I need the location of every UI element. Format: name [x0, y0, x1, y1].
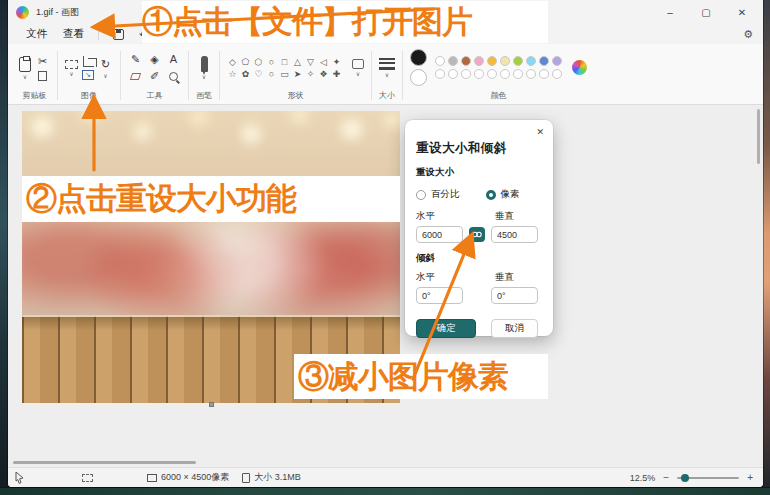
- vertical-scrollbar[interactable]: [757, 109, 760, 164]
- color-swatch[interactable]: [552, 56, 562, 66]
- zoom-slider[interactable]: [677, 477, 739, 479]
- shape-icon[interactable]: ➤: [292, 68, 303, 79]
- color-swatch[interactable]: [461, 69, 471, 79]
- zoom-in-button[interactable]: +: [747, 472, 753, 483]
- color-swatch[interactable]: [435, 56, 445, 66]
- dialog-close-icon[interactable]: ✕: [536, 127, 544, 137]
- select-tool-icon[interactable]: [65, 60, 78, 69]
- shape-icon[interactable]: ☆: [227, 68, 238, 79]
- skew-vertical-input[interactable]: [491, 287, 538, 304]
- rotate-dropdown-icon[interactable]: ∨: [103, 74, 107, 78]
- color-swatch[interactable]: [539, 69, 549, 79]
- skew-horizontal-input[interactable]: [416, 287, 463, 304]
- shape-icon[interactable]: ✿: [240, 68, 251, 79]
- cursor-icon: [15, 472, 24, 484]
- clipboard-group-label: 剪贴板: [23, 88, 47, 104]
- brush-icon[interactable]: [201, 56, 208, 72]
- annotation-step3-text: ③减小图片像素: [298, 356, 508, 398]
- select-dropdown-icon[interactable]: ∨: [69, 72, 73, 76]
- color-swatch[interactable]: [513, 56, 523, 66]
- color-swatch[interactable]: [474, 69, 484, 79]
- line-size-icon[interactable]: [379, 58, 395, 70]
- edit-colors-wheel-icon[interactable]: [572, 60, 587, 75]
- rotate-icon[interactable]: ↻: [98, 57, 113, 71]
- color-swatch[interactable]: [500, 69, 510, 79]
- shape-fill-icon[interactable]: [352, 59, 364, 69]
- text-tool-icon[interactable]: A: [166, 52, 181, 66]
- color-swatch[interactable]: [552, 69, 562, 79]
- maximize-button[interactable]: ▢: [693, 7, 719, 18]
- zoom-out-button[interactable]: −: [663, 472, 669, 483]
- magnifier-icon[interactable]: [166, 69, 181, 83]
- clipboard-group: ∨ ✂ 剪贴板: [14, 47, 55, 104]
- zoom-slider-thumb[interactable]: [681, 474, 689, 482]
- size-group: ∨ 大小: [374, 47, 400, 104]
- ok-button[interactable]: 确定: [416, 319, 476, 338]
- shape-icon[interactable]: ✧: [305, 68, 316, 79]
- color-swatch[interactable]: [461, 56, 471, 66]
- shape-icon[interactable]: ♡: [253, 68, 264, 79]
- menu-view[interactable]: 查看: [55, 25, 92, 43]
- color-swatch[interactable]: [487, 69, 497, 79]
- color2-swatch[interactable]: [410, 69, 427, 86]
- color-swatch[interactable]: [448, 56, 458, 66]
- cut-icon[interactable]: ✂: [35, 54, 50, 68]
- shape-icon[interactable]: ❖: [318, 68, 329, 79]
- color-swatch[interactable]: [526, 56, 536, 66]
- save-icon[interactable]: [113, 29, 124, 40]
- shape-icon[interactable]: ⬠: [240, 56, 251, 67]
- color-swatch[interactable]: [435, 69, 445, 79]
- shape-icon[interactable]: △: [292, 56, 303, 67]
- horizontal-scrollbar[interactable]: [13, 461, 196, 464]
- taskbar[interactable]: [0, 487, 770, 495]
- cancel-button[interactable]: 取消: [491, 319, 538, 338]
- canvas-area[interactable]: ✕ 重设大小和倾斜 重设大小 百分比 像素 水平 垂直: [8, 105, 763, 467]
- color-picker-icon[interactable]: ✐: [147, 69, 162, 83]
- color1-swatch[interactable]: [410, 49, 427, 66]
- color-swatch[interactable]: [539, 56, 549, 66]
- menu-file[interactable]: 文件: [18, 25, 55, 43]
- canvas-resize-handle[interactable]: [209, 402, 214, 407]
- eraser-icon[interactable]: [128, 69, 143, 83]
- minimize-button[interactable]: –: [657, 7, 683, 18]
- shape-icon[interactable]: ○: [266, 68, 277, 79]
- shape-icon[interactable]: ✚: [331, 68, 342, 79]
- paste-icon[interactable]: [19, 57, 31, 72]
- pixels-radio[interactable]: [486, 190, 496, 200]
- width-input[interactable]: [416, 226, 463, 243]
- shape-icon[interactable]: ○: [266, 56, 277, 67]
- settings-gear-icon[interactable]: ⚙: [743, 28, 753, 41]
- shape-icon[interactable]: ▽: [305, 56, 316, 67]
- shape-icon[interactable]: ▭: [279, 68, 290, 79]
- paste-dropdown-icon[interactable]: ∨: [23, 75, 27, 79]
- ribbon-separator: [188, 51, 189, 100]
- percent-radio[interactable]: [416, 190, 426, 200]
- shape-fill-dropdown-icon[interactable]: ∨: [356, 72, 360, 76]
- close-button[interactable]: ✕: [729, 7, 755, 18]
- color-swatch[interactable]: [474, 56, 484, 66]
- ribbon-separator: [371, 51, 372, 100]
- size-dropdown-icon[interactable]: ∨: [385, 73, 389, 77]
- shape-icon[interactable]: ⬡: [253, 56, 264, 67]
- palette-row-2: [435, 69, 562, 79]
- fill-bucket-icon[interactable]: ◈: [147, 52, 162, 66]
- shape-icon[interactable]: ✦: [331, 56, 342, 67]
- height-input[interactable]: [491, 226, 538, 243]
- color-swatch[interactable]: [448, 69, 458, 79]
- shape-icon[interactable]: ◇: [227, 56, 238, 67]
- color-swatch[interactable]: [500, 56, 510, 66]
- color-swatch[interactable]: [487, 56, 497, 66]
- shape-icon[interactable]: □: [279, 56, 290, 67]
- shapes-row-2: ☆✿♡○▭➤✧❖✚: [227, 68, 342, 79]
- color-swatch[interactable]: [526, 69, 536, 79]
- dialog-title: 重设大小和倾斜: [416, 140, 542, 157]
- resize-icon[interactable]: ↘: [82, 70, 94, 80]
- shape-icon[interactable]: ◁: [318, 56, 329, 67]
- photo-blurred-store-background: [22, 111, 400, 334]
- pencil-icon[interactable]: ✎: [128, 52, 143, 66]
- crop-icon[interactable]: [83, 56, 94, 67]
- aspect-link-icon[interactable]: [469, 227, 485, 242]
- color-swatch[interactable]: [513, 69, 523, 79]
- copy-icon[interactable]: [38, 71, 47, 81]
- colors-group: 颜色: [405, 47, 592, 104]
